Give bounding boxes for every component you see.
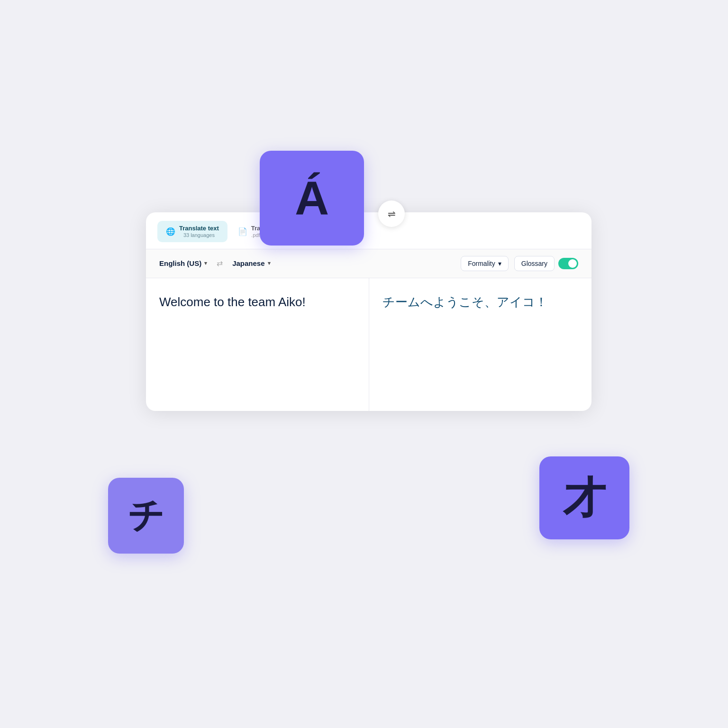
- target-lang-chevron-icon: ▾: [268, 260, 271, 266]
- tab-translate-text-sublabel: 33 languages: [179, 232, 219, 238]
- source-language-selector[interactable]: English (US) ▾: [159, 259, 207, 267]
- output-text: チームへようこそ、アイコ！: [382, 293, 579, 311]
- target-language-selector[interactable]: Japanese ▾: [232, 259, 270, 267]
- tile-bottom-left-char: チ: [128, 492, 164, 540]
- tile-bottom-right-char: 才: [563, 469, 606, 527]
- globe-icon: 🌐: [166, 227, 175, 236]
- formality-chevron-icon: ▾: [498, 260, 501, 267]
- source-panel[interactable]: Welcome to the team Aiko!: [146, 278, 369, 411]
- document-icon: 📄: [238, 227, 247, 236]
- formality-label: Formality: [468, 260, 495, 267]
- translation-card: 🌐 Translate text 33 languages 📄 Translat…: [146, 212, 592, 411]
- glossary-button[interactable]: Glossary: [514, 256, 555, 271]
- tab-bar: 🌐 Translate text 33 languages 📄 Translat…: [146, 212, 592, 249]
- source-language-label: English (US): [159, 259, 201, 267]
- glossary-label: Glossary: [521, 260, 547, 267]
- language-swap-icon: ⇄: [217, 259, 223, 268]
- language-bar: English (US) ▾ ⇄ Japanese ▾ Formality ▾ …: [146, 249, 592, 278]
- tab-translate-text[interactable]: 🌐 Translate text 33 languages: [157, 221, 228, 242]
- glossary-toggle[interactable]: [558, 258, 578, 269]
- formality-button[interactable]: Formality ▾: [461, 256, 509, 271]
- scene: Á チ 才 ⇌ 🌐 Translate text 33 languages 📄: [127, 151, 601, 577]
- glossary-container: Glossary: [514, 256, 578, 271]
- tab-translate-text-label: Translate text: [179, 225, 219, 232]
- tile-top: Á: [260, 151, 364, 246]
- source-lang-chevron-icon: ▾: [204, 260, 207, 266]
- floating-swap-button[interactable]: ⇌: [378, 200, 405, 227]
- target-language-label: Japanese: [232, 259, 264, 267]
- target-panel: チームへようこそ、アイコ！: [369, 278, 592, 411]
- source-text[interactable]: Welcome to the team Aiko!: [159, 293, 355, 311]
- tile-bottom-right: 才: [539, 456, 629, 539]
- swap-icon: ⇌: [388, 208, 396, 219]
- translation-area: Welcome to the team Aiko! チームへようこそ、アイコ！: [146, 278, 592, 411]
- tile-bottom-left: チ: [108, 478, 184, 554]
- tile-top-char: Á: [295, 171, 329, 226]
